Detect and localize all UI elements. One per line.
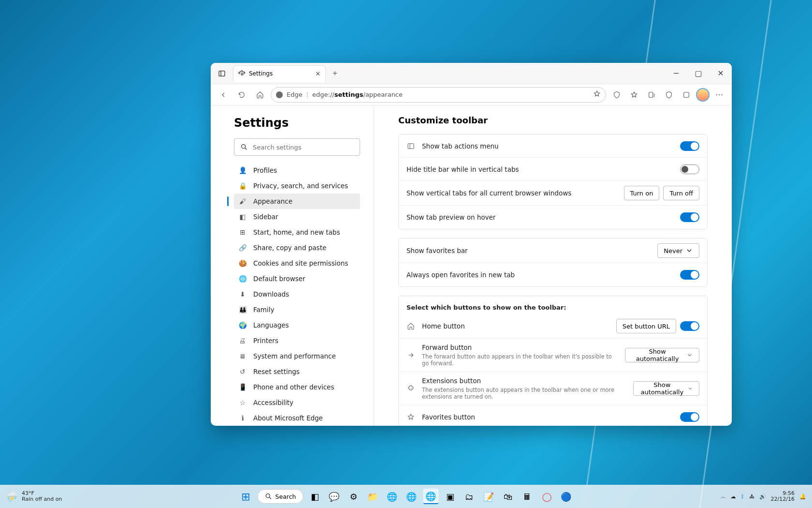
system-tray: ︿ ☁ ᛒ 🖧 🔊 9:56 22/12/16 🔔 (721, 491, 806, 502)
favorites-bar-label: Show favorites bar (406, 247, 468, 254)
sidebar-item-reset-settings[interactable]: ↺Reset settings (234, 364, 360, 379)
settings-main: Customize toolbar Show tab actions menu … (374, 105, 732, 426)
notifications-icon[interactable]: 🔔 (799, 493, 806, 500)
sidebar-item-about-microsoft-edge[interactable]: ℹAbout Microsoft Edge (234, 410, 360, 426)
sidebar-item-family[interactable]: 👪Family (234, 302, 360, 317)
collections-icon[interactable] (644, 87, 659, 103)
clock[interactable]: 9:56 22/12/16 (771, 491, 795, 502)
favorites-bar-dropdown[interactable]: Never (657, 243, 699, 258)
favorite-star-icon[interactable] (593, 90, 601, 99)
svg-rect-3 (649, 92, 653, 97)
weather-widget[interactable]: ⛈️ 43°F Rain off and on (6, 491, 62, 502)
sidebar-item-appearance[interactable]: 🖌Appearance (234, 194, 360, 209)
hide-title-label: Hide title bar while in vertical tabs (406, 165, 519, 173)
edge-icon[interactable]: 🌐 (384, 489, 400, 504)
vertical-tabs-label: Show vertical tabs for all current brows… (406, 189, 571, 197)
sidebar-item-sidebar[interactable]: ◧Sidebar (234, 209, 360, 224)
show-tab-actions-toggle[interactable] (680, 141, 699, 151)
store-icon[interactable]: 🛍 (500, 489, 516, 504)
favorites-icon[interactable] (626, 87, 642, 103)
taskbar-center: ⊞ Search ◧ 💬 ⚙ 📁 🌐 🌐 🌐 ▣ 🗂 📝 🛍 🖩 ◯ 🔵 (238, 489, 574, 504)
extensions-icon[interactable] (609, 87, 624, 103)
sidebar-item-privacy-search-and-services[interactable]: 🔒Privacy, search, and services (234, 178, 360, 194)
sidebar-icon: 🖨 (239, 337, 246, 344)
settings-icon[interactable]: ⚙ (346, 489, 361, 504)
svg-point-9 (266, 494, 270, 498)
sidebar-item-share-copy-and-paste[interactable]: 🔗Share, copy and paste (234, 240, 360, 255)
tab-preview-label: Show tab preview on hover (406, 213, 495, 221)
address-path: edge://settings/appearance (312, 91, 403, 98)
more-icon[interactable]: ⋯ (711, 87, 727, 103)
extensions-dropdown[interactable]: Show automatically (633, 381, 699, 396)
home-button-toggle[interactable] (680, 321, 699, 331)
hide-title-toggle[interactable] (680, 164, 699, 174)
minimize-button[interactable]: ─ (665, 63, 687, 84)
favorites-button-toggle[interactable] (680, 412, 699, 422)
chat-icon[interactable]: 💬 (326, 489, 342, 504)
turn-off-button[interactable]: Turn off (663, 186, 699, 200)
sidebar-icon: 🔒 (239, 182, 246, 190)
tray-volume-icon[interactable]: 🔊 (759, 493, 766, 500)
tray-cloud-icon[interactable]: ☁ (731, 493, 736, 500)
window-controls: ─ ▢ ✕ (665, 63, 732, 84)
sidebar-item-phone-and-other-devices[interactable]: 📱Phone and other devices (234, 379, 360, 395)
sidebar-item-downloads[interactable]: ⬇Downloads (234, 286, 360, 302)
home-icon (406, 322, 415, 330)
sidebar-icon: 🖌 (239, 197, 246, 205)
tab-preview-toggle[interactable] (680, 212, 699, 222)
browser-toolbar: Edge | edge://settings/appearance ⋯ (211, 84, 732, 105)
sidebar-item-start-home-and-new-tabs[interactable]: ⊞Start, home, and new tabs (234, 224, 360, 240)
tab-actions-icon[interactable] (214, 66, 230, 81)
turn-on-button[interactable]: Turn on (624, 186, 660, 200)
taskbar: ⛈️ 43°F Rain off and on ⊞ Search ◧ 💬 ⚙ 📁… (0, 485, 812, 508)
opera-icon[interactable]: ◯ (539, 489, 554, 504)
browser-window: Settings ✕ ＋ ─ ▢ ✕ Edge | edge://setting… (211, 63, 732, 426)
tray-chevron-icon[interactable]: ︿ (721, 493, 726, 500)
sidebar-item-accessibility[interactable]: ☆Accessibility (234, 395, 360, 410)
refresh-button[interactable] (234, 87, 249, 103)
address-bar[interactable]: Edge | edge://settings/appearance (271, 87, 606, 103)
forward-dropdown[interactable]: Show automatically (625, 348, 699, 362)
forward-icon (406, 351, 415, 359)
svg-rect-0 (219, 71, 225, 76)
content-area: Settings 👤Profiles🔒Privacy, search, and … (211, 105, 732, 426)
start-button[interactable]: ⊞ (238, 489, 254, 504)
sidebar-item-profiles[interactable]: 👤Profiles (234, 163, 360, 178)
sidebar-icon: ⬇ (239, 290, 246, 298)
sidebar-item-system-and-performance[interactable]: 🖥System and performance (234, 348, 360, 364)
shield-icon[interactable] (661, 87, 677, 103)
notepad-icon[interactable]: 📝 (481, 489, 496, 504)
svg-rect-4 (684, 92, 689, 97)
edge-beta-icon[interactable]: 🌐 (404, 489, 419, 504)
set-button-url[interactable]: Set button URL (616, 319, 676, 333)
sidebar-icon: 🔗 (239, 244, 246, 252)
app-icon[interactable] (679, 87, 694, 103)
back-button[interactable] (216, 87, 231, 103)
favorites-newtab-toggle[interactable] (680, 270, 699, 280)
sidebar-item-default-browser[interactable]: 🌐Default browser (234, 271, 360, 286)
sidebar-item-languages[interactable]: 🌍Languages (234, 317, 360, 333)
profile-avatar[interactable] (696, 88, 710, 102)
app-icon-1[interactable]: 🗂 (462, 489, 477, 504)
close-button[interactable]: ✕ (710, 63, 732, 84)
task-view-icon[interactable]: ◧ (307, 489, 322, 504)
search-input[interactable] (253, 144, 354, 151)
tab-title: Settings (249, 70, 273, 77)
chrome-icon[interactable]: 🔵 (558, 489, 574, 504)
maximize-button[interactable]: ▢ (687, 63, 710, 84)
sidebar-item-cookies-and-site-permissions[interactable]: 🍪Cookies and site permissions (234, 255, 360, 271)
explorer-icon[interactable]: 📁 (365, 489, 380, 504)
home-button[interactable] (252, 87, 268, 103)
sidebar-item-printers[interactable]: 🖨Printers (234, 333, 360, 348)
new-tab-button[interactable]: ＋ (328, 66, 342, 81)
tray-bluetooth-icon[interactable]: ᛒ (741, 493, 744, 500)
calculator-icon[interactable]: 🖩 (520, 489, 535, 504)
close-tab-icon[interactable]: ✕ (315, 70, 320, 77)
edge-canary-icon[interactable]: 🌐 (423, 489, 438, 504)
browser-tab[interactable]: Settings ✕ (233, 65, 326, 82)
terminal-icon[interactable]: ▣ (442, 489, 458, 504)
extensions-button-desc: The extensions button auto appears in th… (422, 387, 626, 400)
tray-wifi-icon[interactable]: 🖧 (749, 493, 754, 500)
search-settings[interactable] (234, 138, 360, 156)
taskbar-search[interactable]: Search (258, 489, 304, 504)
